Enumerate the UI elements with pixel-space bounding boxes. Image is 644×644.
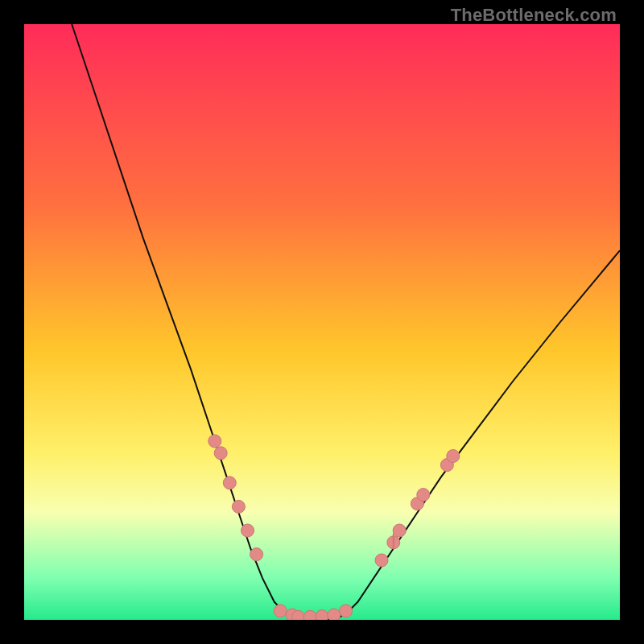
bottleneck-curve [72,24,620,620]
curve-marker [393,524,406,537]
curve-marker [447,450,460,463]
curve-marker [340,605,353,617]
curve-marker [328,609,341,620]
curve-marker [274,605,287,617]
curve-marker [250,548,263,561]
curve-marker [223,477,236,489]
curve-layer [24,24,620,620]
curve-marker [375,554,388,567]
curve-marker [316,610,328,620]
curve-marker [417,489,430,502]
curve-marker [232,500,245,513]
curve-marker [208,435,221,448]
curve-markers [208,435,460,620]
curve-marker [291,610,304,620]
curve-marker [214,447,227,460]
curve-marker [303,610,316,620]
watermark-text: TheBottleneck.com [451,5,617,26]
plot-area [24,24,620,620]
chart-root: TheBottleneck.com [0,0,644,644]
curve-marker [242,524,254,537]
